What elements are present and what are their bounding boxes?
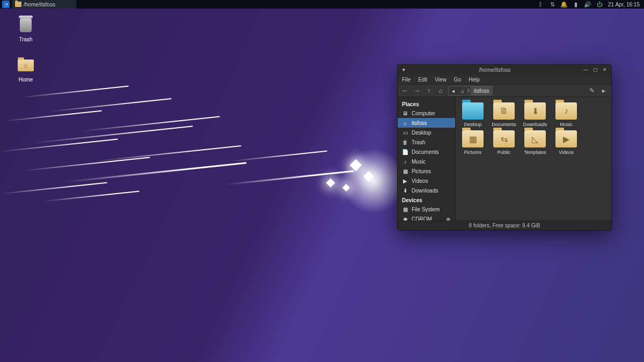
menu-go[interactable]: Go — [454, 77, 461, 83]
downloads-mark-icon: ⬇ — [532, 106, 539, 116]
minimize-button[interactable]: — — [583, 67, 589, 72]
computer-icon: 🖥 — [402, 110, 408, 116]
edit-path-button[interactable]: ✎ — [588, 86, 596, 95]
menu-edit[interactable]: Edit — [418, 77, 427, 83]
documents-mark-icon: 🗎 — [500, 106, 508, 116]
sidebar-item-desktop[interactable]: ▭Desktop — [398, 128, 455, 137]
desktop-icon: ▭ — [402, 129, 408, 136]
templates-mark-icon: ◺ — [532, 134, 538, 144]
window-title: /home/itsfoss — [411, 67, 579, 73]
sidebar-item-label: CDROM — [412, 216, 432, 221]
status-text: 8 folders, Free space: 9.4 GiB — [469, 223, 540, 228]
network-icon[interactable]: ⇅ — [549, 1, 555, 8]
sidebar-item-label: Desktop — [412, 130, 431, 136]
menu-view[interactable]: View — [435, 77, 447, 83]
folder-label: Videos — [553, 150, 579, 155]
folder-icon — [462, 102, 484, 120]
sidebar-item-label: Trash — [412, 139, 425, 145]
folder-templates[interactable]: ◺Templates — [522, 130, 548, 155]
sidebar-item-label: Computer — [412, 110, 435, 116]
sidebar-item-label: Music — [412, 159, 426, 165]
sidebar-item-downloads[interactable]: ⬇Downloads — [398, 186, 455, 195]
bluetooth-icon[interactable]: ᛒ — [537, 1, 544, 8]
menu-help[interactable]: Help — [469, 77, 480, 83]
sidebar-item-trash[interactable]: 🗑Trash — [398, 137, 455, 147]
window-menu-icon[interactable]: ▾ — [401, 67, 406, 72]
folder-icon: ⬇ — [524, 102, 546, 120]
volume-icon[interactable]: 🔊 — [584, 1, 591, 8]
file-manager-window: ▾ /home/itsfoss — ▢ ✕ File Edit View Go … — [397, 64, 612, 231]
battery-icon[interactable]: ▮ — [573, 1, 579, 8]
folder-icon — [15, 2, 21, 7]
sidebar-item-itsfoss[interactable]: ⌂itsfoss — [398, 118, 455, 128]
pictures-icon: ▦ — [402, 168, 408, 174]
sidebar-item-pictures[interactable]: ▦Pictures — [398, 166, 455, 176]
file-system-icon: ▦ — [402, 206, 408, 212]
folder-pictures[interactable]: ▦Pictures — [460, 130, 486, 155]
sidebar-item-videos[interactable]: ▶Videos — [398, 176, 455, 186]
status-bar: 8 folders, Free space: 9.4 GiB — [398, 220, 611, 230]
breadcrumb-current[interactable]: itsfoss — [471, 86, 492, 95]
top-panel: ◔ /home/itsfoss ᛒ ⇅ 🔔 ▮ 🔊 ⏻ 21 Apr, 16:1… — [0, 0, 644, 9]
clock[interactable]: 21 Apr, 16:15 — [608, 2, 640, 8]
home-icon: ⌂ — [18, 60, 34, 71]
sidebar-item-label: File System — [412, 206, 440, 212]
sidebar-item-computer[interactable]: 🖥Computer — [398, 108, 455, 118]
nav-forward-button[interactable]: → — [413, 86, 421, 95]
folder-icon: ▶ — [555, 130, 577, 147]
public-mark-icon: ⇆ — [501, 134, 508, 144]
sidebar-item-label: Videos — [412, 178, 428, 184]
folder-public[interactable]: ⇆Public — [491, 130, 517, 155]
view-mode-button[interactable]: ▸ — [599, 86, 608, 95]
desktop-icon-home[interactable]: ⌂ Home — [10, 56, 42, 83]
pictures-mark-icon: ▦ — [469, 134, 477, 144]
folder-icon: ♪ — [555, 102, 577, 120]
folder-label: Pictures — [460, 150, 486, 155]
eject-icon[interactable]: ⏏ — [446, 216, 451, 220]
sidebar-item-documents[interactable]: 📄Documents — [398, 147, 455, 157]
close-button[interactable]: ✕ — [603, 67, 608, 72]
sidebar-header-devices: Devices — [398, 195, 455, 204]
menu-bar: File Edit View Go Help — [398, 75, 611, 84]
sidebar-item-cdrom[interactable]: ◉CDROM⏏ — [398, 214, 455, 220]
folder-icon: 🗎 — [493, 102, 515, 120]
trash-icon — [20, 18, 32, 32]
menu-file[interactable]: File — [402, 77, 411, 83]
folder-icon: ⇆ — [493, 130, 515, 147]
sidebar-header-places: Places — [398, 99, 455, 108]
folder-label: Desktop — [460, 122, 486, 127]
sidebar-item-label: Documents — [412, 149, 439, 155]
videos-mark-icon: ▶ — [563, 134, 569, 144]
trash-icon: 🗑 — [402, 139, 408, 145]
folder-view[interactable]: Desktop🗎Documents⬇Downloads♪Music▦Pictur… — [456, 97, 611, 220]
downloads-icon: ⬇ — [402, 187, 408, 194]
nav-back-button[interactable]: ← — [401, 86, 409, 95]
notifications-icon[interactable]: 🔔 — [561, 1, 567, 8]
music-icon: ♪ — [402, 158, 408, 165]
desktop-icon-trash[interactable]: Trash — [10, 16, 42, 42]
folder-label: Public — [491, 150, 517, 155]
folder-label: Documents — [491, 122, 517, 127]
maximize-button[interactable]: ▢ — [593, 67, 598, 72]
sidebar-item-label: Pictures — [412, 168, 431, 174]
taskbar-item-filemanager[interactable]: /home/itsfoss — [12, 0, 76, 9]
sidebar-item-label: itsfoss — [412, 120, 427, 126]
sidebar-item-file-system[interactable]: ▦File System — [398, 204, 455, 214]
nav-home-button[interactable]: ⌂ — [436, 86, 445, 95]
sidebar-item-music[interactable]: ♪Music — [398, 157, 455, 166]
folder-documents[interactable]: 🗎Documents — [491, 102, 517, 127]
window-titlebar[interactable]: ▾ /home/itsfoss — ▢ ✕ — [398, 65, 611, 75]
power-icon[interactable]: ⏻ — [596, 1, 603, 8]
folder-videos[interactable]: ▶Videos — [553, 130, 579, 155]
start-menu-button[interactable]: ◔ — [2, 1, 10, 8]
folder-downloads[interactable]: ⬇Downloads — [522, 102, 548, 127]
folder-label: Downloads — [522, 122, 548, 127]
folder-music[interactable]: ♪Music — [553, 102, 579, 127]
folder-icon: ⌂ — [18, 60, 34, 71]
folder-desktop[interactable]: Desktop — [460, 102, 486, 127]
breadcrumb-prev[interactable]: ◂ — [449, 86, 458, 95]
folder-label: Templates — [522, 150, 548, 155]
nav-up-button[interactable]: ↑ — [425, 86, 433, 95]
sidebar-item-label: Downloads — [412, 188, 438, 194]
breadcrumb-home[interactable]: ⌂ — [458, 86, 467, 95]
